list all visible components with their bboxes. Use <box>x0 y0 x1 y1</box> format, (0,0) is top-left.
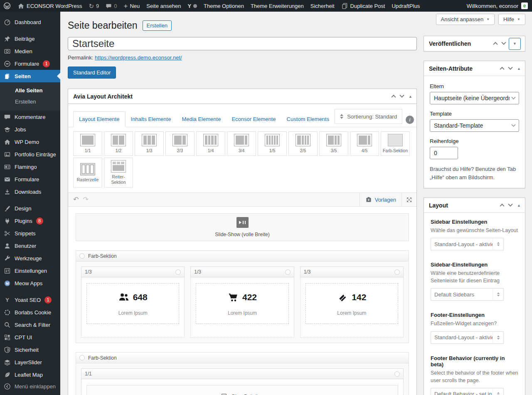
element-button-3-4[interactable]: 3/4 <box>227 131 256 156</box>
element-button-2-3[interactable]: 2/3 <box>165 131 195 156</box>
sidebar-item-medien[interactable]: Medien <box>0 45 60 57</box>
sort-dropdown[interactable]: Sortierung: Standard <box>335 109 402 124</box>
move-up-icon[interactable] <box>500 203 504 208</box>
column-header[interactable]: 1/1 <box>81 368 404 379</box>
sidebar-item-beiträge[interactable]: Beiträge <box>0 32 60 45</box>
move-down-icon[interactable] <box>508 65 512 69</box>
sidebar-item-yoast-seo[interactable]: Yoast SEO1 <box>0 294 60 306</box>
view-page-link[interactable]: Seite ansehen <box>143 0 184 12</box>
templates-button[interactable]: Vorlagen <box>360 193 401 206</box>
move-up-icon[interactable] <box>493 42 498 47</box>
drag-handle-icon[interactable] <box>175 269 181 275</box>
sidebar-item-snippets[interactable]: Snippets <box>0 227 60 239</box>
sidebar-item-formulare[interactable]: Formulare <box>0 173 60 185</box>
blog-posts-element[interactable]: Blog Beiträge <box>86 385 398 395</box>
adminbar-item-sicherheit[interactable]: Sicherheit <box>307 0 338 12</box>
element-button-1-5[interactable]: 1/5 <box>258 131 287 156</box>
updates-link[interactable]: ↻9 <box>85 0 102 12</box>
tab-econsor-elemente[interactable]: Econsor Elemente <box>226 112 281 127</box>
element-button-farb-sektion[interactable]: Farb-Sektion <box>381 131 410 156</box>
element-button-2-5[interactable]: 2/5 <box>288 131 318 156</box>
permalink-link[interactable]: https://wordpress.demo.econsor.net/ <box>95 54 182 61</box>
sidebar-item-werkzeuge[interactable]: Werkzeuge <box>0 252 60 264</box>
color-section[interactable]: Farb-Sektion1/1Blog Beiträge <box>76 352 409 395</box>
info-icon[interactable]: i <box>406 116 414 124</box>
layout-setting-select[interactable]: Default Behavior - set in V <box>431 388 504 395</box>
sidebar-item-leaflet-map[interactable]: Leaflet Map <box>0 368 60 381</box>
adminbar-item-theme-optionen[interactable]: Theme Optionen <box>200 0 247 12</box>
drag-handle-icon[interactable] <box>285 269 291 275</box>
sidebar-item-search-filter[interactable]: Search & Filter <box>0 318 60 331</box>
drag-handle-icon[interactable] <box>79 355 85 360</box>
column-1-1[interactable]: 1/1Blog Beiträge <box>81 368 404 395</box>
undo-icon[interactable]: ↶ <box>73 196 79 203</box>
fullscreen-button[interactable] <box>401 193 416 206</box>
adminbar-item-duplicate-post[interactable]: Duplicate Post <box>338 0 389 12</box>
sidebar-item-meow-apps[interactable]: Meow Apps <box>0 277 60 289</box>
element-button-rasterzelle[interactable]: Rasterzelle <box>73 158 102 188</box>
adminbar-item-theme-erweiterungen[interactable]: Theme Erweiterungen <box>247 0 307 12</box>
toggle-panel-icon[interactable]: ▲ <box>517 203 521 207</box>
animated-number-element[interactable]: 422Lorem Ipsum <box>196 283 288 324</box>
element-button-3-5[interactable]: 3/5 <box>319 131 348 156</box>
drag-handle-icon[interactable] <box>394 269 400 275</box>
animated-number-element[interactable]: 648Lorem Ipsum <box>86 283 179 324</box>
post-title-input[interactable] <box>68 37 417 50</box>
column-1-3[interactable]: 1/3142Lorem Ipsum <box>300 267 404 338</box>
sidebar-item-plugins[interactable]: Plugins8 <box>0 215 60 227</box>
element-button-1-3[interactable]: 1/3 <box>135 131 164 156</box>
comments-link[interactable]: 0 <box>102 0 120 12</box>
element-button-1-1[interactable]: 1/1 <box>73 131 102 156</box>
move-down-icon[interactable] <box>508 202 512 206</box>
drag-handle-icon[interactable] <box>394 371 400 377</box>
sidebar-item-downloads[interactable]: Downloads <box>0 185 60 198</box>
wordpress-menu[interactable] <box>0 0 14 12</box>
submenu-item-alle-seiten[interactable]: Alle Seiten <box>0 85 60 96</box>
tab-inhalts-elemente[interactable]: Inhalts Elemente <box>126 112 177 127</box>
collapse-menu-button[interactable]: Menü einklappen <box>0 380 60 393</box>
color-section[interactable]: Farb-Sektion1/3648Lorem Ipsum1/3422Lorem… <box>76 250 409 343</box>
sidebar-item-design[interactable]: Design <box>0 202 60 215</box>
section-header[interactable]: Farb-Sektion <box>76 251 409 262</box>
sidebar-item-layerslider[interactable]: LayerSlider <box>0 356 60 368</box>
animated-number-element[interactable]: 142Lorem Ipsum <box>305 283 398 324</box>
element-button-reiter-sektion[interactable]: Reiter- Sektion <box>104 158 133 188</box>
help-button[interactable]: Hilfe▼ <box>498 14 525 25</box>
move-up-icon[interactable] <box>391 94 396 99</box>
parent-select[interactable]: Hauptseite (keine Übergeordnete) <box>430 92 519 104</box>
drag-handle-icon[interactable] <box>79 253 85 259</box>
layout-setting-select[interactable]: Default Sidebars <box>431 288 504 301</box>
column-header[interactable]: 1/3 <box>81 267 185 277</box>
redo-icon[interactable]: ↷ <box>83 196 88 203</box>
sidebar-item-dashboard[interactable]: Dashboard <box>0 16 60 28</box>
sidebar-item-borlabs-cookie[interactable]: Borlabs Cookie <box>0 306 60 318</box>
standard-editor-button[interactable]: Standard Editor <box>68 67 116 79</box>
element-button-1-4[interactable]: 1/4 <box>196 131 225 156</box>
section-header[interactable]: Farb-Sektion <box>76 353 409 363</box>
site-name-link[interactable]: ECONSOR WordPress <box>14 0 85 12</box>
move-up-icon[interactable] <box>500 67 504 71</box>
toggle-publish-button[interactable]: ▼ <box>509 38 521 50</box>
column-1-3[interactable]: 1/3648Lorem Ipsum <box>81 267 185 338</box>
column-1-3[interactable]: 1/3422Lorem Ipsum <box>190 267 294 338</box>
sidebar-item-kommentare[interactable]: Kommentare <box>0 111 60 123</box>
toggle-panel-icon[interactable]: ▲ <box>409 94 412 99</box>
layout-setting-select[interactable]: Standard-Layout - aktivier <box>431 331 504 344</box>
slideshow-element[interactable]: Slide-Show (volle Breite) <box>76 213 409 241</box>
element-button-4-5[interactable]: 4/5 <box>350 131 379 156</box>
adminbar-item-updraftplus[interactable]: UpdraftPlus <box>388 0 423 12</box>
move-down-icon[interactable] <box>501 40 506 45</box>
template-select[interactable]: Standard-Template <box>430 119 519 132</box>
sidebar-item-cpt-ui[interactable]: CPT UI <box>0 331 60 343</box>
sidebar-item-jobs[interactable]: Jobs <box>0 123 60 136</box>
sidebar-item-wp-demo[interactable]: WP Demo <box>0 136 60 148</box>
sidebar-item-seiten[interactable]: Seiten <box>0 70 60 82</box>
tab-layout-elemente[interactable]: Layout Elemente <box>73 111 126 127</box>
column-header[interactable]: 1/3 <box>190 267 294 277</box>
order-input[interactable] <box>430 147 458 159</box>
sidebar-item-flamingo[interactable]: Flamingo <box>0 160 60 173</box>
adminbar-account[interactable]: Willkommen, econsor e <box>467 2 532 9</box>
move-down-icon[interactable] <box>399 93 404 97</box>
tab-media-elemente[interactable]: Media Elemente <box>176 112 226 127</box>
new-content-link[interactable]: +Neu <box>120 0 143 12</box>
